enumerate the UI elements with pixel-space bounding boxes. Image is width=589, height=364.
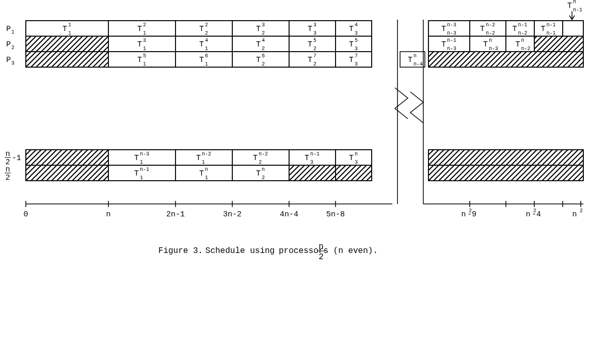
svg-text:T: T [349,56,354,65]
svg-text:1: 1 [205,46,208,52]
task-label: Tn-3n-3 [441,22,456,36]
svg-text:3: 3 [355,46,358,52]
svg-text:2: 2 [262,46,265,52]
svg-text:T: T [349,25,354,34]
idle-cell [26,165,108,181]
svg-text:4: 4 [355,22,358,28]
task-label: Tn-31 [134,151,149,165]
svg-text:Schedule using: Schedule using [205,246,275,256]
axis-label: 0 [23,210,28,219]
svg-text:n-2: n-2 [486,30,495,36]
svg-text:1: 1 [140,160,143,165]
task-label: T53 [349,38,358,52]
svg-text:2: 2 [143,22,146,28]
svg-text:3: 3 [143,38,146,43]
svg-text:3: 3 [310,160,313,165]
idle-cell [428,150,583,165]
task-label: T73 [349,53,358,67]
svg-text:2: 2 [205,30,208,36]
svg-text:T: T [199,169,204,178]
svg-text:n-1: n-1 [140,167,149,172]
task-label: T32 [256,22,265,36]
svg-text:2: 2 [313,61,316,67]
svg-text:T: T [480,25,485,34]
svg-text:2: 2 [262,30,265,36]
svg-text:2: 2 [313,46,316,52]
svg-text:n: n [355,151,358,157]
task-label: T72 [308,53,316,67]
svg-text:3: 3 [262,22,265,28]
task-label: Tn1 [199,167,208,181]
processor-label: P1 [6,25,14,35]
svg-text:T: T [256,56,261,65]
svg-text:P: P [6,25,11,34]
axis-label: 2n-1 [166,210,185,219]
svg-text:4: 4 [205,38,208,43]
svg-text:1: 1 [202,160,205,165]
svg-text:T: T [441,25,446,34]
task-label: Tn-1n-3 [441,38,456,52]
svg-text:T: T [305,154,309,163]
axis-label: 3n-2 [223,210,242,219]
svg-text:2: 2 [5,173,10,182]
svg-text:n: n [573,0,576,5]
svg-text:2: 2 [262,175,265,181]
idle-cell [26,52,108,67]
svg-text:processors (n even).: processors (n even). [279,246,378,256]
svg-text:n-1: n-1 [518,22,528,28]
svg-text:T: T [308,40,312,49]
processor-label: n2-1 [5,150,21,167]
figure-caption: Figure 3.Schedule using n2 processors (n… [158,242,378,262]
svg-text:1: 1 [68,22,71,28]
svg-text:n-4: n-4 [413,61,423,67]
svg-text:n-1: n-1 [573,7,582,13]
svg-text:T: T [137,40,142,49]
idle-cell [428,52,583,67]
svg-text:T: T [134,169,139,178]
svg-text:n-2: n-2 [518,30,528,36]
task-label: Tnn-4 [408,53,423,67]
task-label: Tnn-3 [483,38,498,52]
svg-text:T: T [516,40,520,49]
svg-text:n-1: n-1 [547,30,556,36]
svg-text:5: 5 [313,38,316,43]
svg-text:2: 2 [205,22,208,28]
svg-text:5: 5 [143,53,146,59]
svg-text:n: n [5,150,10,159]
svg-text:T: T [137,56,142,65]
svg-text:2: 2 [259,160,262,165]
svg-text:n-1: n-1 [447,38,456,43]
task-label: Tn3 [349,151,358,165]
svg-text:3: 3 [355,160,358,165]
svg-text:P: P [6,56,11,65]
svg-text:1: 1 [11,29,14,35]
svg-text:n-2: n-2 [486,22,495,28]
svg-text:n: n [5,165,10,174]
svg-text:T: T [308,56,312,65]
processor-label: P3 [6,56,14,66]
svg-text:T: T [441,40,446,49]
svg-text:n-3: n-3 [140,151,149,157]
svg-text:T: T [199,40,204,49]
task-label: Tn-1n-1 [541,22,556,36]
processor-label: P2 [6,40,14,51]
svg-text:-4: -4 [532,210,541,219]
svg-text:T: T [349,40,354,49]
svg-text:n: n [461,210,466,219]
svg-text:3: 3 [355,30,358,36]
break-mark [395,88,408,119]
svg-text:5: 5 [355,38,358,43]
svg-text:-9: -9 [467,210,476,219]
break-mark [410,92,423,123]
axis-label: n2-4 [526,208,541,219]
axis-label: n [106,210,110,219]
svg-text:3: 3 [355,61,358,67]
svg-text:T: T [199,25,204,34]
idle-cell [336,165,372,181]
svg-text:n: n [262,167,265,172]
svg-text:T: T [349,154,354,163]
svg-text:P: P [6,40,11,49]
task-label: T52 [308,38,316,52]
svg-text:-1: -1 [12,154,21,163]
svg-text:n-2: n-2 [521,46,531,52]
